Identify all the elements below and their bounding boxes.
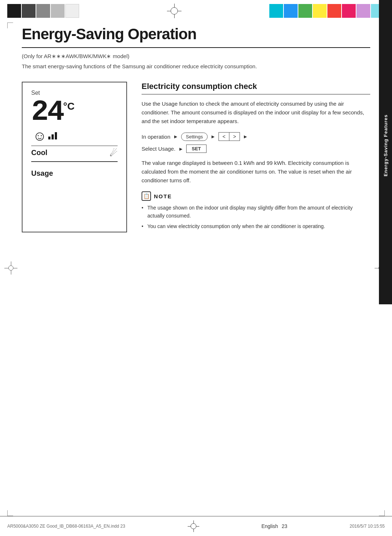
color-cyan <box>269 4 283 18</box>
note-icon: 📋 <box>142 191 151 201</box>
corner-mark-bl <box>7 510 13 516</box>
signal-bars-icon <box>48 132 57 139</box>
bottom-right-text: 2016/5/7 10:15:55 <box>350 524 385 529</box>
note-item-2: You can view electricity consumption onl… <box>142 222 370 230</box>
print-block-gray <box>36 4 50 18</box>
note-header: 📋 NOTE <box>142 191 370 201</box>
section-description: Use the Usage function to check the amou… <box>142 100 370 126</box>
display-divider-2 <box>31 161 118 162</box>
crosshair-left <box>4 261 17 275</box>
note-list: The usage shown on the indoor unit displ… <box>142 204 370 230</box>
right-panel: Electricity consumption check Use the Us… <box>142 82 370 233</box>
side-tab: Energy-Saving Features <box>379 0 392 304</box>
display-divider-1 <box>31 146 118 146</box>
color-red <box>327 4 341 18</box>
nav-right-btn[interactable]: > <box>229 133 240 141</box>
note-item-1: The usage shown on the indoor unit displ… <box>142 204 370 220</box>
nav-left-btn[interactable]: < <box>219 133 229 141</box>
section-divider <box>142 94 370 95</box>
bottom-bar: AR5000&A3050 ZE Good_IB_DB68-06163A_A5_E… <box>0 516 392 536</box>
corner-mark-br <box>379 510 385 516</box>
color-pink <box>342 4 356 18</box>
signal-bar-1 <box>48 137 50 139</box>
print-block-light-gray <box>51 4 65 18</box>
step1-label: In operation <box>142 134 170 140</box>
display-icons-row: ☺ <box>31 129 118 143</box>
corner-mark-tl <box>7 23 13 28</box>
settings-button[interactable]: Settings <box>181 133 208 141</box>
mode-fan-row: Cool ☄ <box>31 148 118 158</box>
display-panel: Set 24 °C ☺ Cool ☄ Usage <box>22 82 127 233</box>
step-row-1: In operation ► Settings ► < > ► <box>142 132 370 141</box>
step1-arrow: ► <box>173 134 178 139</box>
page-number: 23 <box>282 523 287 529</box>
crosshair-circle <box>171 7 178 15</box>
title-divider <box>22 47 370 48</box>
display-usage-label: Usage <box>31 169 118 178</box>
note-title: NOTE <box>154 193 172 199</box>
page-content: Energy-Saving Operation (Only for AR∗∗∗A… <box>22 25 370 511</box>
subtitle-model: (Only for AR∗∗∗AWK/BWK/MWK∗ model) <box>22 53 370 60</box>
display-mode-label: Cool <box>31 149 47 157</box>
step1-arrow2: ► <box>211 134 216 139</box>
bottom-left-text: AR5000&A3050 ZE Good_IB_DB68-06163A_A5_E… <box>7 524 125 529</box>
step1-arrow3: ► <box>243 134 248 139</box>
display-temp-area: 24 °C <box>31 98 118 127</box>
crosshair-bottom <box>188 520 199 532</box>
display-set-label: Set <box>31 90 118 96</box>
nav-group[interactable]: < > <box>219 132 240 141</box>
print-marks-center <box>167 4 181 18</box>
step2-label: Select Usage. <box>142 146 175 152</box>
display-degree-symbol: °C <box>63 101 74 112</box>
print-marks-right <box>269 4 385 18</box>
person-icon: ☺ <box>33 129 47 143</box>
note-section: 📋 NOTE The usage shown on the indoor uni… <box>142 191 370 230</box>
page-title: Energy-Saving Operation <box>22 25 370 43</box>
fan-icon: ☄ <box>110 148 118 158</box>
operation-steps: In operation ► Settings ► < > ► Select U… <box>142 132 370 153</box>
color-green <box>298 4 312 18</box>
section-title: Electricity consumption check <box>142 82 370 91</box>
side-tab-text: Energy-Saving Features <box>383 114 388 176</box>
signal-bar-2 <box>52 134 54 139</box>
color-yellow <box>313 4 327 18</box>
print-marks-top <box>0 0 392 22</box>
step-row-2: Select Usage. ► SET <box>142 145 370 153</box>
crosshair-top <box>167 4 181 18</box>
step2-arrow: ► <box>178 146 183 152</box>
subtitle-desc: The smart energy-saving functions of the… <box>22 62 370 71</box>
print-block-empty <box>65 4 79 18</box>
set-button[interactable]: SET <box>186 145 206 153</box>
crosshair-bottom-circle <box>191 523 196 529</box>
print-block-black <box>7 4 21 18</box>
value-range-text: The value range displayed is between 0.1… <box>142 159 370 185</box>
print-block-dark <box>22 4 36 18</box>
page-number-area: English 23 <box>261 523 287 529</box>
signal-bar-3 <box>55 132 57 139</box>
display-temp-number: 24 <box>31 98 63 127</box>
english-label: English <box>261 523 278 529</box>
two-col-layout: Set 24 °C ☺ Cool ☄ Usage <box>22 82 370 233</box>
bottom-center <box>188 520 199 532</box>
color-blue <box>284 4 298 18</box>
print-marks-left <box>7 4 79 18</box>
color-purple-light <box>356 4 370 18</box>
